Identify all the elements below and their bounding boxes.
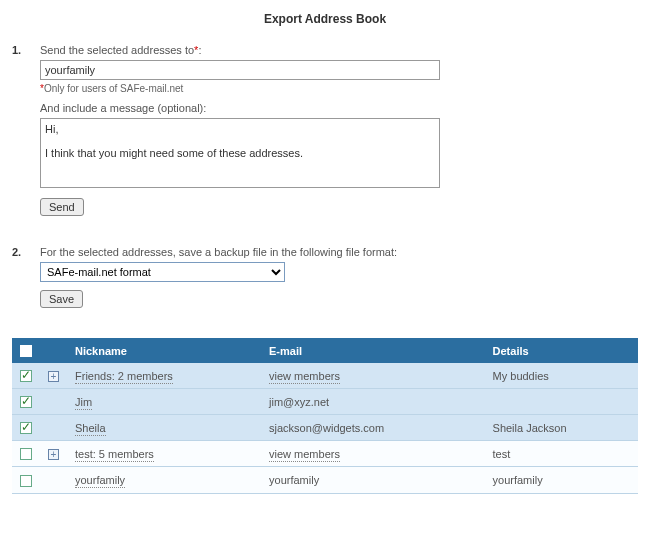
nickname-link[interactable]: test: 5 members: [75, 448, 154, 462]
table-row: yourfamilyyourfamilyyourfamily: [12, 467, 638, 493]
save-button[interactable]: Save: [40, 290, 83, 308]
recipient-input[interactable]: [40, 60, 440, 80]
details-cell: [485, 389, 638, 415]
row-checkbox[interactable]: [20, 396, 32, 408]
view-members-link[interactable]: view members: [269, 370, 340, 384]
nickname-link[interactable]: Jim: [75, 396, 92, 410]
details-cell: Sheila Jackson: [485, 415, 638, 441]
send-button[interactable]: Send: [40, 198, 84, 216]
recipient-footnote: *Only for users of SAFe-mail.net: [40, 83, 638, 94]
step-2-number: 2.: [12, 246, 40, 308]
row-checkbox[interactable]: [20, 475, 32, 487]
expand-icon[interactable]: +: [48, 449, 59, 460]
col-email: E-mail: [261, 338, 485, 363]
table-row: Sheilasjackson@widgets.comSheila Jackson: [12, 415, 638, 441]
step-2-label: For the selected addresses, save a backu…: [40, 246, 440, 258]
format-select[interactable]: SAFe-mail.net format: [40, 262, 285, 282]
step-1-colon: :: [198, 44, 201, 56]
col-details: Details: [485, 338, 638, 363]
row-checkbox[interactable]: [20, 448, 32, 460]
step-1-number: 1.: [12, 44, 40, 216]
email-cell: sjackson@widgets.com: [261, 415, 485, 441]
page-title: Export Address Book: [12, 12, 638, 26]
row-checkbox[interactable]: [20, 422, 32, 434]
details-cell: yourfamily: [485, 467, 638, 493]
message-textarea[interactable]: [40, 118, 440, 188]
step-1-label-text: Send the selected addresses to: [40, 44, 194, 56]
step-1-label: Send the selected addresses to*:: [40, 44, 638, 56]
email-cell: yourfamily: [261, 467, 485, 493]
col-nickname: Nickname: [67, 338, 261, 363]
nickname-link[interactable]: Sheila: [75, 422, 106, 436]
table-row: +Friends: 2 membersview members My buddi…: [12, 363, 638, 389]
step-2: 2. For the selected addresses, save a ba…: [12, 246, 638, 308]
row-checkbox[interactable]: [20, 370, 32, 382]
nickname-link[interactable]: yourfamily: [75, 474, 125, 488]
details-cell: My buddies: [485, 363, 638, 389]
message-label: And include a message (optional):: [40, 102, 638, 114]
step-1: 1. Send the selected addresses to*: *Onl…: [12, 44, 638, 216]
details-cell: test: [485, 441, 638, 467]
footnote-text: Only for users of SAFe-mail.net: [44, 83, 184, 94]
select-all-checkbox[interactable]: [20, 345, 32, 357]
email-cell: jim@xyz.net: [261, 389, 485, 415]
expand-icon[interactable]: +: [48, 371, 59, 382]
address-table: Nickname E-mail Details +Friends: 2 memb…: [12, 338, 638, 494]
nickname-link[interactable]: Friends: 2 members: [75, 370, 173, 384]
table-row: Jimjim@xyz.net: [12, 389, 638, 415]
view-members-link[interactable]: view members: [269, 448, 340, 462]
table-row: +test: 5 membersview members test: [12, 441, 638, 467]
